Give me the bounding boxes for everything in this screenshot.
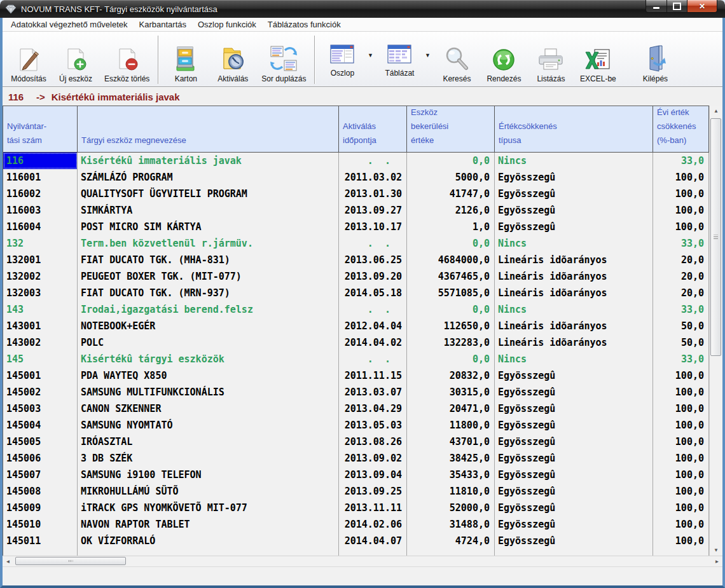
cell-acquisition-value[interactable]: 0,0 [407, 301, 495, 318]
cell-activation-date[interactable]: . . [339, 235, 407, 252]
cell-registry-number[interactable]: 132003 [3, 285, 78, 301]
cell-activation-date[interactable]: 2014.02.06 [339, 516, 407, 533]
cell-annual-percent[interactable]: 100,0 [653, 169, 709, 186]
col-header-nyilvantartasi-szam[interactable]: Nyilvántar- tási szám [3, 106, 78, 152]
cell-acquisition-value[interactable]: 11800,0 [407, 417, 495, 434]
cell-registry-number[interactable]: 116 [3, 153, 78, 169]
cell-acquisition-value[interactable]: 5571085,0 [407, 285, 495, 301]
cell-acquisition-value[interactable]: 0,0 [407, 153, 495, 169]
cell-annual-percent[interactable]: 20,0 [653, 268, 709, 285]
table-row[interactable]: 116002QUALITYSOFT ÜGYVITELI PROGRAM2013.… [3, 186, 709, 202]
cell-asset-name[interactable]: NAVON RAPTOR TABLET [78, 516, 339, 533]
scroll-down-icon[interactable]: ▼ [710, 545, 722, 556]
table-row[interactable]: 145002SAMSUNG MULTIFUNKCIONÁLIS2013.03.0… [3, 384, 709, 400]
cell-activation-date[interactable]: 2013.04.29 [339, 400, 407, 417]
cell-registry-number[interactable]: 145002 [3, 384, 78, 400]
cell-depreciation-type[interactable]: Egyösszegû [495, 417, 653, 434]
table-row[interactable]: 145007SAMSUNG i9100 TELEFON2013.09.04354… [3, 467, 709, 483]
close-button[interactable]: ✕ [687, 0, 717, 13]
cell-acquisition-value[interactable]: 31488,0 [407, 516, 495, 533]
cell-registry-number[interactable]: 116002 [3, 186, 78, 202]
cell-acquisition-value[interactable]: 30315,0 [407, 384, 495, 400]
cell-acquisition-value[interactable]: 112650,0 [407, 318, 495, 334]
cell-registry-number[interactable]: 116003 [3, 202, 78, 219]
cell-asset-name[interactable]: QUALITYSOFT ÜGYVITELI PROGRAM [78, 186, 339, 202]
cell-depreciation-type[interactable]: Egyösszegû [495, 533, 653, 549]
cell-depreciation-type[interactable]: Nincs [495, 351, 653, 367]
cell-depreciation-type[interactable]: Lineáris idõarányos [495, 268, 653, 285]
table-row[interactable]: 145005IRÓASZTAL2013.08.2643701,0Egyössze… [3, 434, 709, 450]
sor-duplazas-button[interactable]: Sor duplázás [256, 33, 311, 86]
cell-asset-name[interactable]: Kisértékû tárgyi eszközök [78, 351, 339, 367]
eszkoz-torles-button[interactable]: Eszköz törlés [99, 33, 155, 86]
oszlop-dropdown-arrow-icon[interactable]: ▼ [366, 52, 375, 58]
table-row[interactable]: 145003CANON SZKENNER2013.04.2920471,0Egy… [3, 400, 709, 417]
cell-depreciation-type[interactable]: Egyösszegû [495, 467, 653, 483]
cell-annual-percent[interactable]: 33,0 [653, 351, 709, 367]
cell-registry-number[interactable]: 145003 [3, 400, 78, 417]
cell-depreciation-type[interactable]: Egyösszegû [495, 450, 653, 467]
table-row[interactable]: 132Term.ben közvetlenül r.jármüv.. . 0,0… [3, 235, 709, 252]
cell-asset-name[interactable]: FIAT DUCATO TGK. (MHA-831) [78, 252, 339, 268]
cell-acquisition-value[interactable]: 20471,0 [407, 400, 495, 417]
cell-asset-name[interactable]: PEUGEOT BOXER TGK. (MIT-077) [78, 268, 339, 285]
cell-activation-date[interactable]: . . [339, 351, 407, 367]
table-row[interactable]: 116Kisértékû immateriális javak. . 0,0Ni… [3, 153, 709, 169]
cell-activation-date[interactable]: 2014.05.18 [339, 285, 407, 301]
cell-activation-date[interactable]: 2013.09.27 [339, 202, 407, 219]
cell-registry-number[interactable]: 145001 [3, 367, 78, 384]
cell-registry-number[interactable]: 145004 [3, 417, 78, 434]
table-row[interactable]: 143002POLC2014.04.02132283,0Lineáris idõ… [3, 334, 709, 351]
modositas-button[interactable]: Módosítás [5, 33, 52, 86]
cell-acquisition-value[interactable]: 2126,0 [407, 202, 495, 219]
cell-depreciation-type[interactable]: Nincs [495, 235, 653, 252]
cell-acquisition-value[interactable]: 38425,0 [407, 450, 495, 467]
cell-annual-percent[interactable]: 100,0 [653, 400, 709, 417]
cell-depreciation-type[interactable]: Egyösszegû [495, 400, 653, 417]
table-row[interactable]: 1450063 DB SZÉK2013.09.0238425,0Egyössze… [3, 450, 709, 467]
cell-annual-percent[interactable]: 100,0 [653, 450, 709, 467]
cell-activation-date[interactable]: 2013.06.25 [339, 252, 407, 268]
cell-depreciation-type[interactable]: Egyösszegû [495, 516, 653, 533]
oszlop-button[interactable]: Oszlop [319, 39, 366, 81]
cell-asset-name[interactable]: NOTEBOOK+EGÉR [78, 318, 339, 334]
cell-asset-name[interactable]: PDA WAYTEQ X850 [78, 367, 339, 384]
cell-depreciation-type[interactable]: Egyösszegû [495, 434, 653, 450]
cell-asset-name[interactable]: MIKROHULLÁMÚ SÜTÕ [78, 483, 339, 500]
col-header-evi-ertekcsokkenes[interactable]: Évi érték csökkenés (%-ban) [653, 106, 709, 152]
menu-oszlop-funkciok[interactable]: Oszlop funkciók [192, 18, 262, 31]
menu-adatokkal[interactable]: Adatokkal végezhető műveletek [5, 18, 134, 31]
cell-registry-number[interactable]: 145008 [3, 483, 78, 500]
cell-acquisition-value[interactable]: 5000,0 [407, 169, 495, 186]
cell-asset-name[interactable]: 3 DB SZÉK [78, 450, 339, 467]
cell-annual-percent[interactable]: 33,0 [653, 235, 709, 252]
cell-annual-percent[interactable]: 100,0 [653, 467, 709, 483]
cell-depreciation-type[interactable]: Lineáris idõarányos [495, 285, 653, 301]
cell-depreciation-type[interactable]: Nincs [495, 301, 653, 318]
scroll-left-icon[interactable]: ◄ [3, 556, 13, 566]
table-row[interactable]: 132002PEUGEOT BOXER TGK. (MIT-077)2013.0… [3, 268, 709, 285]
cell-registry-number[interactable]: 132 [3, 235, 78, 252]
cell-activation-date[interactable]: 2014.04.07 [339, 533, 407, 549]
karton-button[interactable]: Karton [162, 33, 209, 86]
cell-activation-date[interactable]: 2012.04.04 [339, 318, 407, 334]
table-row[interactable]: 143Irodai,igazgatási berend.felsz. . 0,0… [3, 301, 709, 318]
table-row[interactable]: 145009iTRACK GPS NYOMKÖVETÕ MIT-0772013.… [3, 500, 709, 516]
cell-acquisition-value[interactable]: 0,0 [407, 235, 495, 252]
cell-asset-name[interactable]: Term.ben közvetlenül r.jármüv. [78, 235, 339, 252]
cell-annual-percent[interactable]: 100,0 [653, 202, 709, 219]
cell-acquisition-value[interactable]: 1,0 [407, 219, 495, 235]
table-row[interactable]: 145008MIKROHULLÁMÚ SÜTÕ2013.09.2511810,0… [3, 483, 709, 500]
cell-asset-name[interactable]: SAMSUNG MULTIFUNKCIONÁLIS [78, 384, 339, 400]
minimize-button[interactable] [646, 0, 667, 13]
cell-depreciation-type[interactable]: Nincs [495, 153, 653, 169]
cell-activation-date[interactable]: 2011.03.02 [339, 169, 407, 186]
cell-depreciation-type[interactable]: Egyösszegû [495, 219, 653, 235]
cell-asset-name[interactable]: iTRACK GPS NYOMKÖVETÕ MIT-077 [78, 500, 339, 516]
cell-depreciation-type[interactable]: Lineáris idõarányos [495, 318, 653, 334]
cell-asset-name[interactable]: SZÁMLÁZÓ PROGRAM [78, 169, 339, 186]
cell-annual-percent[interactable]: 33,0 [653, 153, 709, 169]
cell-registry-number[interactable]: 143001 [3, 318, 78, 334]
cell-activation-date[interactable]: 2013.08.26 [339, 434, 407, 450]
table-row[interactable]: 116001SZÁMLÁZÓ PROGRAM2011.03.025000,0Eg… [3, 169, 709, 186]
